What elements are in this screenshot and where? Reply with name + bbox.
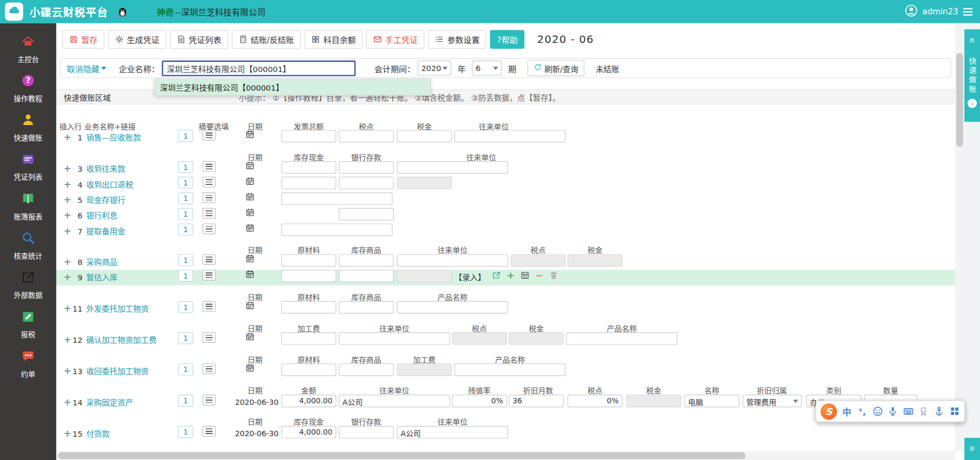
ime-skin-button[interactable] <box>918 406 929 417</box>
menu-icon[interactable] <box>963 8 973 15</box>
cell-input[interactable] <box>339 364 394 376</box>
business-link[interactable]: 收到往来款 <box>86 161 126 176</box>
count-box[interactable]: 1 <box>178 130 193 141</box>
business-link[interactable]: 采购商品 <box>86 254 118 270</box>
toolbar-button-help[interactable]: ?帮助 <box>491 30 525 49</box>
cell-input-disabled[interactable] <box>397 177 452 190</box>
business-link[interactable]: 提取备用金 <box>86 224 126 239</box>
cell-input[interactable] <box>397 161 508 174</box>
toolbar-button-generate-voucher[interactable]: 生成凭证 <box>108 30 167 49</box>
toolbar-button-closing[interactable]: 结账/反结账 <box>232 30 301 49</box>
cell-input[interactable] <box>281 177 336 190</box>
summary-menu-button[interactable] <box>203 208 216 218</box>
toolbar-button-voucher-list[interactable]: 凭证列表 <box>170 30 229 49</box>
summary-menu-button[interactable] <box>203 426 216 437</box>
quick-panel-close-button[interactable] <box>967 99 977 108</box>
business-link[interactable]: 银行利息 <box>86 208 118 223</box>
ime-emoji-button[interactable] <box>872 406 883 417</box>
sidebar-item-voucher-list[interactable]: 凭证列表 <box>0 147 56 187</box>
summary-menu-button[interactable] <box>203 364 216 374</box>
calendar-icon[interactable] <box>246 332 255 341</box>
cell-input[interactable] <box>339 208 394 220</box>
cell-input[interactable]: 0% <box>567 395 623 408</box>
cell-input-disabled[interactable] <box>397 270 452 282</box>
cell-input[interactable] <box>339 301 394 314</box>
ime-lang-button[interactable]: 中 <box>841 405 852 418</box>
cell-input[interactable] <box>339 130 394 143</box>
sidebar-item-tutorial[interactable]: ?操作教程 <box>0 69 56 108</box>
category-select[interactable]: 管理费用 <box>742 395 802 408</box>
business-link[interactable]: 付货款 <box>86 426 110 441</box>
cell-input[interactable] <box>566 332 678 345</box>
toolbar-button-settings[interactable]: 参数设置 <box>428 30 487 49</box>
count-box[interactable]: 1 <box>178 301 193 313</box>
cell-input[interactable] <box>454 364 566 376</box>
scroll-top-button[interactable] <box>965 29 980 51</box>
cell-input[interactable]: 4,000.00 <box>281 426 336 439</box>
calendar-icon[interactable] <box>246 161 255 170</box>
business-link[interactable]: 收回委托加工物资 <box>86 364 149 379</box>
cell-input[interactable] <box>339 254 394 267</box>
count-box[interactable]: 1 <box>178 177 193 189</box>
business-link[interactable]: 采购固定资产 <box>86 395 133 410</box>
cell-input-disabled[interactable] <box>511 254 566 267</box>
cell-input[interactable]: 36 <box>509 395 564 408</box>
cell-input-disabled[interactable] <box>452 332 507 345</box>
calendar-icon[interactable] <box>246 130 255 139</box>
cell-input[interactable] <box>397 130 452 143</box>
cell-input[interactable] <box>339 332 450 345</box>
count-box[interactable]: 1 <box>178 426 193 438</box>
cell-input-disabled[interactable] <box>509 332 564 345</box>
month-select[interactable]: 6 <box>472 60 502 75</box>
sidebar-item-external-data[interactable]: 外部数据 <box>0 266 56 305</box>
app-logo[interactable] <box>5 3 23 21</box>
summary-menu-button[interactable] <box>203 301 216 312</box>
cell-input[interactable] <box>281 130 336 143</box>
business-link[interactable]: 外发委托加工物资 <box>86 301 149 316</box>
calendar-icon[interactable] <box>246 364 255 373</box>
refresh-button[interactable]: 刷新/查询 <box>528 60 585 76</box>
count-box[interactable]: 1 <box>178 395 193 406</box>
calendar-icon[interactable] <box>246 254 255 263</box>
count-box[interactable]: 1 <box>178 270 193 281</box>
summary-menu-button[interactable] <box>203 270 216 280</box>
business-link[interactable]: 收到出口退税 <box>86 177 133 192</box>
sidebar-item-ledger-report[interactable]: 账簿报表 <box>0 187 56 226</box>
toolbar-button-manual-voucher[interactable]: 手工凭证 <box>366 30 425 49</box>
toolbar-button-subject-balance[interactable]: 科目余额 <box>304 30 363 49</box>
count-box[interactable]: 1 <box>178 192 193 204</box>
business-link[interactable]: 暂估入库 <box>86 270 118 285</box>
cell-input[interactable] <box>281 301 336 314</box>
cell-input[interactable]: A公司 <box>339 395 450 408</box>
ime-keyboard-button[interactable] <box>903 406 914 417</box>
summary-menu-button[interactable] <box>203 192 216 203</box>
count-box[interactable]: 1 <box>178 364 193 375</box>
summary-menu-button[interactable] <box>203 224 216 234</box>
add-row-icon[interactable]: + <box>505 270 516 281</box>
summary-menu-button[interactable] <box>203 161 216 172</box>
vscroll-thumb[interactable] <box>956 53 963 147</box>
ime-voice-button[interactable] <box>887 406 898 417</box>
cell-input[interactable] <box>397 254 508 267</box>
delete-icon[interactable] <box>548 270 559 281</box>
calendar-icon[interactable] <box>246 270 255 278</box>
hscroll-thumb[interactable] <box>58 452 746 459</box>
qq-icon[interactable] <box>117 6 128 17</box>
sidebar-item-dashboard[interactable]: 主控台 <box>0 29 56 68</box>
count-box[interactable]: 1 <box>178 332 193 344</box>
cell-input[interactable] <box>281 161 336 174</box>
count-box[interactable]: 1 <box>178 254 193 266</box>
count-box[interactable]: 1 <box>178 208 193 219</box>
sidebar-item-tax-filing[interactable]: 报税 <box>0 305 56 344</box>
sidebar-item-audit-stats[interactable]: 核查统计 <box>0 226 56 266</box>
cell-input[interactable]: 0% <box>452 395 507 408</box>
remove-row-icon[interactable]: − <box>533 270 545 281</box>
summary-menu-button[interactable] <box>203 177 216 188</box>
summary-menu-button[interactable] <box>203 332 216 343</box>
business-link[interactable]: 确认加工物资加工费 <box>86 332 157 348</box>
quick-panel-tab[interactable]: 快速做账 <box>965 52 980 122</box>
cell-input[interactable] <box>339 161 394 174</box>
cell-input[interactable] <box>454 130 566 143</box>
cell-input[interactable]: A公司 <box>397 426 508 439</box>
cell-input[interactable] <box>339 270 394 282</box>
